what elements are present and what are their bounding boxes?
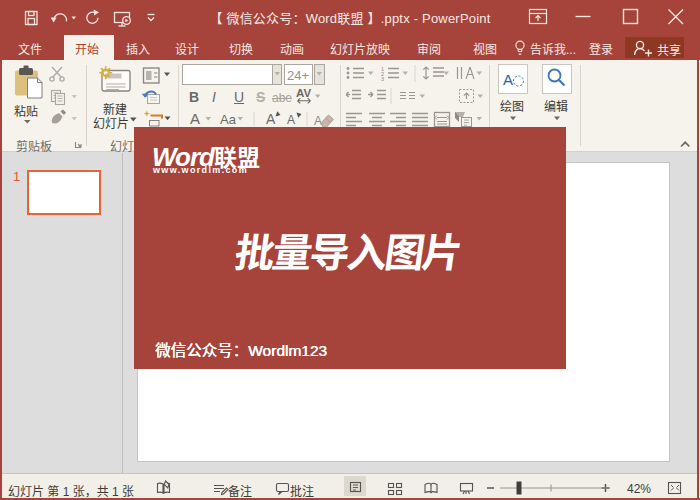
svg-text:A: A [503, 71, 513, 88]
svg-text:A: A [314, 114, 322, 128]
svg-text:3: 3 [381, 76, 384, 82]
